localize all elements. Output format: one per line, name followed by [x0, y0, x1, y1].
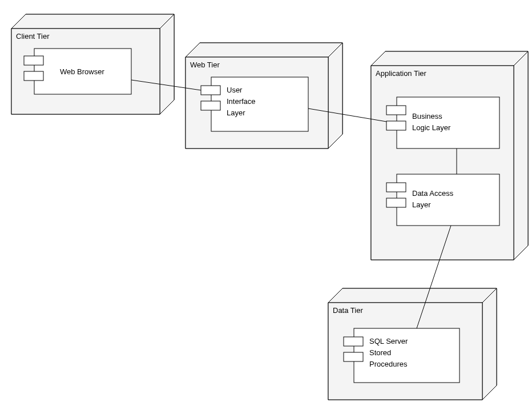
svg-rect-20: [386, 121, 406, 130]
component-label-line1: Data Access: [412, 189, 454, 198]
component-label-line3: Layer: [227, 108, 245, 117]
svg-rect-17: [371, 66, 514, 260]
svg-marker-2: [160, 14, 174, 114]
component-label-line1: User: [227, 86, 243, 94]
node-web-tier: Web Tier User Interface Layer: [186, 43, 342, 148]
component-label-line1: SQL Server: [369, 337, 408, 345]
svg-marker-25: [328, 288, 497, 303]
svg-rect-12: [201, 86, 220, 95]
node-data-tier: Data Tier SQL Server Stored Procedures: [328, 288, 497, 400]
svg-rect-18: [397, 97, 499, 148]
node-client-tier: Client Tier Web Browser: [11, 14, 174, 114]
component-label-line1: Business: [412, 112, 442, 120]
svg-rect-19: [386, 106, 406, 115]
component-label-line2: Stored: [369, 348, 391, 357]
svg-rect-23: [386, 198, 406, 207]
svg-rect-21: [397, 174, 499, 226]
svg-rect-22: [386, 183, 406, 192]
component-label-line2: Logic Layer: [412, 123, 451, 132]
svg-rect-6: [24, 71, 43, 81]
component-label: Web Browser: [60, 67, 104, 76]
component-business-logic-layer: Business Logic Layer: [386, 97, 499, 148]
svg-marker-1: [11, 14, 174, 29]
svg-rect-11: [211, 77, 308, 131]
node-application-tier: Application Tier Business Logic Layer Da…: [371, 51, 528, 260]
svg-marker-26: [482, 288, 497, 400]
svg-marker-9: [328, 43, 342, 148]
node-label: Data Tier: [333, 306, 363, 315]
node-label: Web Tier: [190, 61, 220, 69]
svg-rect-30: [344, 352, 363, 361]
architecture-diagram: Client Tier Web Browser Web Tier User In…: [0, 0, 532, 418]
node-label: Application Tier: [376, 69, 427, 78]
node-label: Client Tier: [16, 32, 50, 41]
component-label-line3: Procedures: [369, 360, 408, 368]
component-user-interface-layer: User Interface Layer: [201, 77, 308, 131]
svg-rect-5: [24, 56, 43, 65]
component-web-browser: Web Browser: [24, 49, 131, 94]
svg-rect-29: [344, 337, 363, 346]
svg-marker-15: [371, 51, 528, 66]
svg-rect-13: [201, 101, 220, 110]
component-sql-server-stored-procedures: SQL Server Stored Procedures: [344, 328, 460, 383]
svg-marker-16: [514, 51, 528, 260]
component-data-access-layer: Data Access Layer: [386, 174, 499, 226]
component-label-line2: Layer: [412, 200, 431, 209]
svg-marker-8: [186, 43, 342, 57]
component-label-line2: Interface: [227, 97, 256, 106]
